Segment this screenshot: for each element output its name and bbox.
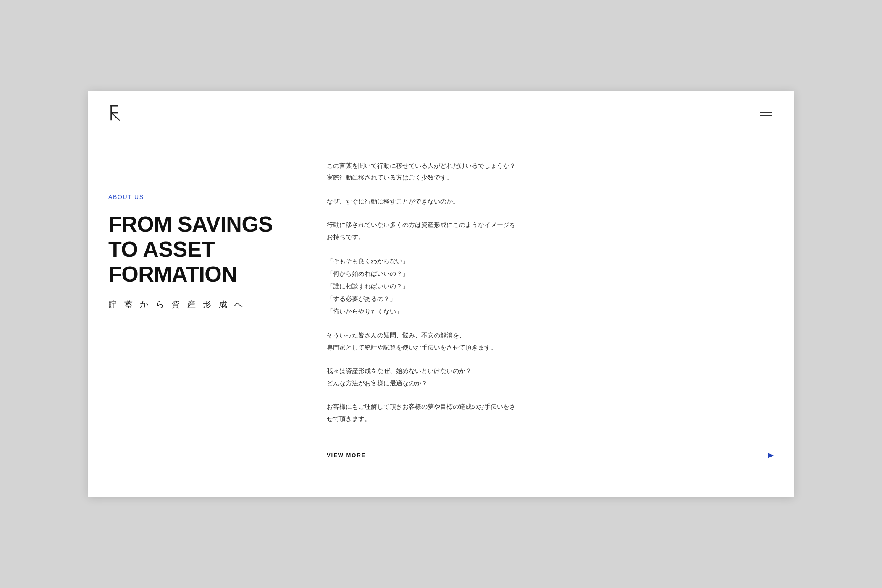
divider-line bbox=[327, 463, 774, 463]
paragraph-7-text: お客様にもご理解して頂きお客様の夢や目標の達成のお手伝いをさ せて頂きます。 bbox=[327, 401, 774, 425]
paragraph-2: なぜ、すぐに行動に移すことができないのか。 bbox=[327, 196, 774, 208]
svg-rect-0 bbox=[110, 105, 112, 120]
paragraph-6: 我々は資産形成をなぜ、始めないといけないのか？ どんな方法がお客様に最適なのか？ bbox=[327, 365, 774, 389]
title-line-1: FROM SAVINGS bbox=[108, 212, 273, 236]
main-title: FROM SAVINGS TO ASSET FORMATION bbox=[108, 212, 302, 287]
quote-line-4: 「する必要があるの？」 bbox=[327, 293, 774, 305]
quote-line-5: 「怖いからやりたくない」 bbox=[327, 305, 774, 318]
hamburger-line-1 bbox=[760, 110, 772, 110]
subtitle-jp: 貯 蓄 か ら 資 産 形 成 へ bbox=[108, 299, 302, 310]
paragraph-7: お客様にもご理解して頂きお客様の夢や目標の達成のお手伝いをさ せて頂きます。 bbox=[327, 401, 774, 425]
main-content: ABOUT US FROM SAVINGS TO ASSET FORMATION… bbox=[88, 135, 794, 497]
hamburger-line-2 bbox=[760, 112, 772, 113]
paragraph-2-text: なぜ、すぐに行動に移すことができないのか。 bbox=[327, 196, 774, 208]
paragraph-1: この言葉を聞いて行動に移せている人がどれだけいるでしょうか？ 実際行動に移されて… bbox=[327, 160, 774, 184]
paragraph-6-text: 我々は資産形成をなぜ、始めないといけないのか？ どんな方法がお客様に最適なのか？ bbox=[327, 365, 774, 389]
quote-block: 「そもそも良くわからない」 「何から始めればいいの？」 「誰に相談すればいいの？… bbox=[327, 255, 774, 318]
paragraph-5: そういった皆さんの疑問、悩み、不安の解消を、 専門家として統計や試算を使いお手伝… bbox=[327, 329, 774, 353]
left-panel: ABOUT US FROM SAVINGS TO ASSET FORMATION… bbox=[108, 152, 327, 464]
paragraph-5-text: そういった皆さんの疑問、悩み、不安の解消を、 専門家として統計や試算を使いお手伝… bbox=[327, 329, 774, 353]
about-us-label: ABOUT US bbox=[108, 193, 302, 200]
view-more-arrow-icon: ▶ bbox=[768, 450, 774, 460]
title-line-2: TO ASSET FORMATION bbox=[108, 237, 237, 287]
paragraph-3-text: 行動に移されていない多くの方は資産形成にこのようなイメージを お持ちです。 bbox=[327, 219, 774, 243]
hamburger-menu-button[interactable] bbox=[759, 108, 774, 118]
browser-window: ABOUT US FROM SAVINGS TO ASSET FORMATION… bbox=[88, 91, 794, 497]
hamburger-line-3 bbox=[760, 115, 772, 116]
quote-line-2: 「何から始めればいいの？」 bbox=[327, 267, 774, 280]
view-more-label: VIEW MORE bbox=[327, 452, 366, 458]
logo[interactable] bbox=[108, 105, 123, 121]
header bbox=[88, 91, 794, 135]
quote-line-1: 「そもそも良くわからない」 bbox=[327, 255, 774, 267]
right-panel: この言葉を聞いて行動に移せている人がどれだけいるでしょうか？ 実際行動に移されて… bbox=[327, 152, 774, 464]
svg-rect-1 bbox=[110, 105, 118, 107]
quote-line-3: 「誰に相談すればいいの？」 bbox=[327, 280, 774, 293]
view-more-section[interactable]: VIEW MORE ▶ bbox=[327, 442, 774, 460]
paragraph-1-text: この言葉を聞いて行動に移せている人がどれだけいるでしょうか？ 実際行動に移されて… bbox=[327, 160, 774, 184]
paragraph-3: 行動に移されていない多くの方は資産形成にこのようなイメージを お持ちです。 bbox=[327, 219, 774, 243]
